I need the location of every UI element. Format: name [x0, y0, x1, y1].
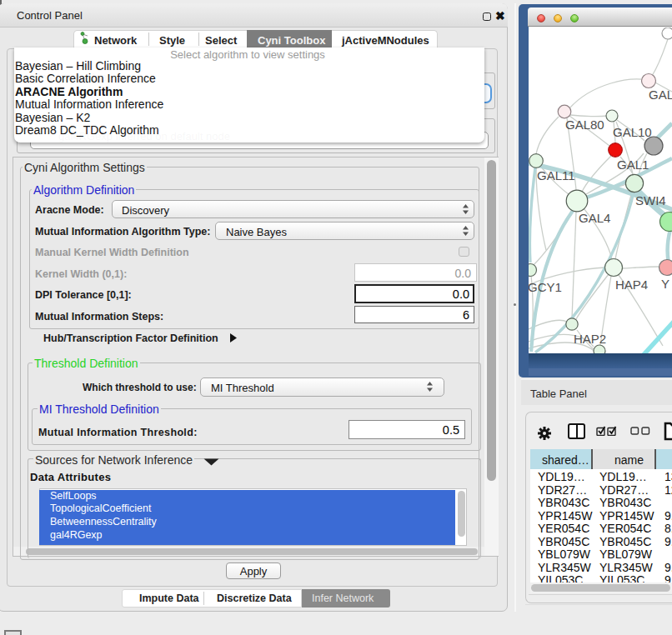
svg-text:GAL1: GAL1 [617, 158, 649, 172]
svg-text:HAP4: HAP4 [615, 278, 648, 292]
svg-text:GAL7: GAL7 [649, 88, 672, 102]
svg-text:HAP2: HAP2 [574, 332, 606, 346]
svg-text:SWI4: SWI4 [635, 193, 666, 208]
svg-text:GAL4: GAL4 [579, 211, 610, 225]
svg-text:GAL11: GAL11 [537, 168, 575, 182]
svg-text:GAL10: GAL10 [613, 125, 652, 139]
svg-text:Y: Y [661, 277, 669, 291]
svg-text:GCY1: GCY1 [529, 280, 562, 294]
svg-text:GAL80: GAL80 [565, 118, 604, 132]
